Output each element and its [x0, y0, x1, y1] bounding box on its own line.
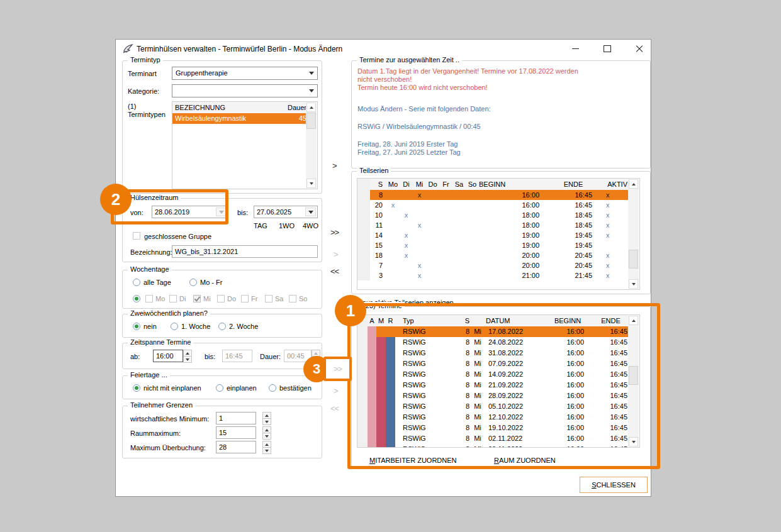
day-mo	[386, 270, 400, 280]
termintypen-scrollbar[interactable]	[306, 103, 317, 188]
dauer: 45	[281, 113, 306, 124]
day-do	[426, 230, 439, 240]
termintypen-list[interactable]: BEZEICHNUNGDauerWirbelsäulengymnastik45	[172, 101, 318, 189]
bis-dropdown-icon[interactable]	[305, 208, 316, 216]
alle-tage-radio[interactable]	[133, 279, 140, 286]
termintyp-row[interactable]: Wirbelsäulengymnastik45	[172, 113, 306, 124]
minimize-button[interactable]	[565, 40, 586, 58]
nein-radio[interactable]	[133, 323, 140, 330]
feiertage-nicht-label: nicht mit einplanen	[143, 384, 201, 392]
teilserie-row[interactable]: 15x19:0019:45	[357, 240, 629, 250]
day-fr	[439, 250, 452, 260]
feiertage-einplanen-radio[interactable]	[216, 384, 223, 392]
raummaximum-label: Raummaximum:	[130, 429, 181, 437]
day-mi	[413, 230, 426, 240]
interval-4wo-label[interactable]: 4WO	[303, 222, 318, 230]
day-so	[466, 220, 479, 230]
terminart-combo[interactable]: Gruppentherapie	[172, 67, 318, 80]
teilserien-scrollbar[interactable]	[628, 179, 639, 289]
schliessen-button[interactable]: SCHLIESSEN	[580, 477, 648, 493]
row-header	[357, 260, 370, 270]
teilserie-row[interactable]: 14x19:0019:45x	[357, 230, 629, 240]
teilserie-row[interactable]: 8x16:0016:45x	[357, 190, 629, 200]
day-checkbox-do[interactable]	[217, 295, 225, 302]
transfer-all-left-button[interactable]: <<	[330, 267, 339, 276]
interval-tag-label[interactable]: TAG	[254, 222, 267, 230]
day-checkbox-sa[interactable]	[265, 295, 273, 302]
day-do	[426, 200, 439, 210]
day-checkbox-di[interactable]	[169, 295, 177, 302]
day-do	[426, 270, 439, 280]
day-fr	[439, 190, 452, 200]
screen: Terminhülsen verwalten - Terminwürfel Be…	[0, 0, 781, 532]
woche2-radio[interactable]	[218, 323, 226, 330]
day-checkbox-so[interactable]	[289, 295, 296, 302]
teilserie-row[interactable]: 18x20:0020:45x	[357, 250, 629, 260]
scroll-up-icon[interactable]	[306, 103, 316, 112]
ueberbuchung-field[interactable]: 28	[216, 441, 256, 453]
col-di: Di	[400, 179, 413, 190]
close-button[interactable]	[629, 40, 650, 58]
day-checkbox-mo[interactable]	[145, 295, 153, 302]
day-label-do: Do	[227, 295, 236, 302]
warning-line-3: Termin heute 16:00 wird nicht verschoben…	[357, 84, 488, 91]
group-wochentage-caption: Wochentage	[128, 265, 172, 273]
bezeichnung-input[interactable]: WG_bis_31.12.2021	[172, 245, 318, 258]
beginn: 21:00	[479, 270, 546, 280]
transfer-all-right-button[interactable]: >>	[330, 228, 339, 237]
group-feiertage: Feiertage ... nicht mit einplanen einpla…	[122, 375, 322, 399]
teilserie-row[interactable]: 10x18:0018:45x	[357, 210, 629, 220]
day-mi: x	[413, 220, 426, 230]
teilserie-row[interactable]: 3x21:0021:45x	[357, 270, 629, 280]
terminart-dropdown-icon[interactable]	[306, 68, 317, 79]
kategorie-combo[interactable]	[172, 84, 318, 97]
mo-fr-radio[interactable]	[189, 279, 197, 286]
ueberbuchung-spinner[interactable]	[262, 441, 271, 453]
scroll-down-icon[interactable]	[629, 279, 638, 289]
feiertage-bestaetigen-radio[interactable]	[269, 384, 276, 392]
feiertage-nicht-radio[interactable]	[133, 384, 140, 392]
ab-time-field[interactable]: 16:00	[153, 350, 183, 362]
col-mi: Mi	[413, 179, 426, 190]
scroll-thumb[interactable]	[306, 113, 316, 129]
day-mo	[386, 230, 400, 240]
kategorie-dropdown-icon[interactable]	[306, 86, 317, 96]
teilserie-row[interactable]: 7x20:0020:45x	[357, 260, 629, 270]
day-do	[426, 210, 439, 220]
transfer2-all-right-button[interactable]: >>	[323, 357, 352, 381]
bis-date-field[interactable]: 27.06.2025	[254, 206, 318, 218]
scroll-down-icon[interactable]	[306, 179, 316, 188]
custom-days-radio[interactable]	[133, 295, 140, 302]
woche1-radio[interactable]	[171, 323, 178, 330]
interval-1wo-label[interactable]: 1WO	[279, 222, 295, 230]
day-mi: x	[413, 190, 426, 200]
scroll-thumb[interactable]	[629, 250, 638, 269]
row-header	[357, 210, 370, 220]
day-checkbox-mi[interactable]	[193, 295, 201, 302]
spin-down-icon[interactable]	[183, 356, 192, 363]
transfer-right-button[interactable]: >	[332, 161, 337, 170]
teilserie-row[interactable]: 20x16:0016:45x	[357, 200, 629, 210]
minimum-field[interactable]: 1	[216, 412, 256, 424]
aktiv: x	[601, 230, 630, 240]
ab-time-spinner[interactable]	[183, 350, 192, 362]
s: 3	[370, 270, 386, 280]
raummaximum-field[interactable]: 15	[216, 426, 256, 439]
day-do	[426, 190, 439, 200]
col-fr: Fr	[439, 179, 452, 190]
raummaximum-spinner[interactable]	[262, 426, 271, 439]
day-do	[426, 250, 439, 260]
day-do	[426, 240, 439, 250]
scroll-up-icon[interactable]	[629, 179, 638, 189]
minimum-value: 1	[219, 414, 223, 422]
geschlossene-gruppe-checkbox[interactable]	[133, 232, 140, 240]
teilserien-table[interactable]: SMoDiMiDoFrSaSoBEGINNENDEAKTIV8x16:0016:…	[357, 178, 640, 290]
day-checkbox-fr[interactable]	[241, 295, 249, 302]
minimum-spinner[interactable]	[262, 412, 271, 424]
day-fr	[439, 260, 452, 270]
col-beginn: BEGINN	[479, 179, 546, 190]
maximize-button[interactable]	[597, 40, 618, 58]
group-teilserien: Teilserien SMoDiMiDoFrSaSoBEGINNENDEAKTI…	[351, 171, 651, 294]
teilserie-row[interactable]: 11x18:0018:45x	[357, 220, 629, 230]
annotation-badge-1: 1	[335, 295, 366, 326]
